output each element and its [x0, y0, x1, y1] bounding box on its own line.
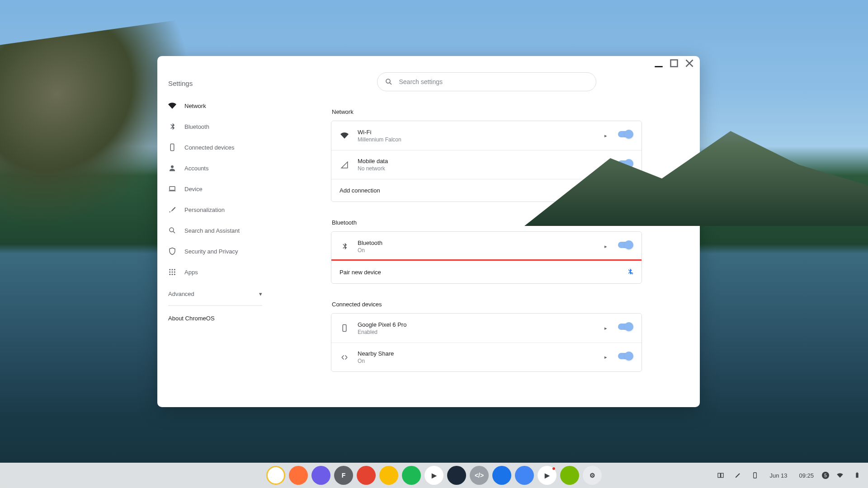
wifi-tray-icon[interactable]	[834, 469, 846, 482]
window-maximize-button[interactable]	[667, 58, 681, 69]
shelf-app-nvidia[interactable]	[560, 466, 579, 485]
row-subtitle: On	[358, 247, 594, 253]
shelf-app-youtube[interactable]: ▶	[538, 466, 557, 485]
overview-icon[interactable]	[714, 469, 727, 482]
section-title: Connected devices	[332, 301, 641, 308]
svg-point-15	[174, 274, 175, 275]
row-text: Add connection	[340, 187, 629, 194]
shelf-app-messages[interactable]	[492, 466, 511, 485]
svg-rect-1	[671, 60, 678, 67]
window-close-button[interactable]	[683, 58, 696, 69]
section-connected-devices: Connected devices Google Pixel 6 Pro Ena…	[331, 296, 642, 385]
shelf-app-firefox[interactable]	[289, 466, 308, 485]
row-text: Bluetooth On	[358, 239, 594, 253]
chevron-right-icon: ▸	[604, 354, 607, 360]
row-text: Google Pixel 6 Pro Enabled	[358, 321, 594, 335]
svg-point-9	[174, 269, 175, 270]
shelf-app-keep[interactable]	[379, 466, 398, 485]
sidebar-advanced[interactable]: Advanced ▾	[157, 285, 273, 303]
shelf: F▶</>▶⚙ Jun 13 09:25 5	[0, 463, 868, 488]
row-subtitle: Enabled	[358, 329, 594, 335]
search-icon	[168, 226, 176, 235]
sidebar-item-personalization[interactable]: Personalization	[157, 199, 273, 220]
row-subtitle: Millennium Falcon	[358, 136, 594, 143]
shelf-app-files-f[interactable]: F	[334, 466, 353, 485]
row-bluetooth[interactable]: Bluetooth On ▸	[331, 232, 642, 261]
bluetooth-card: Bluetooth On ▸ Pair new device	[331, 231, 642, 284]
shelf-app-settings[interactable]: ⚙	[583, 466, 602, 485]
stylus-icon[interactable]	[731, 469, 744, 482]
row-subtitle: On	[358, 358, 594, 364]
minimize-icon	[652, 56, 665, 70]
bluetooth-pair-icon	[626, 268, 633, 277]
sidebar-item-search-assistant[interactable]: Search and Assistant	[157, 220, 273, 241]
battery-tray-icon[interactable]	[851, 469, 863, 482]
shelf-app-steam[interactable]	[447, 466, 466, 485]
row-text: Wi-Fi Millennium Falcon	[358, 129, 594, 143]
row-title: Add connection	[340, 187, 629, 194]
svg-point-14	[172, 274, 173, 275]
notification-badge[interactable]: 5	[822, 472, 829, 479]
svg-rect-22	[856, 473, 858, 478]
chevron-down-icon: ▾	[259, 291, 262, 297]
tray-time[interactable]: 09:25	[795, 470, 817, 481]
chevron-down-icon: ⌄	[629, 188, 633, 194]
nearby-toggle[interactable]	[618, 353, 633, 362]
sidebar-item-connected-devices[interactable]: Connected devices	[157, 137, 273, 158]
sidebar-item-label: Bluetooth	[184, 123, 209, 130]
shelf-app-code[interactable]: </>	[470, 466, 489, 485]
section-title: Network	[332, 108, 641, 115]
section-title: Bluetooth	[332, 219, 641, 226]
row-phone[interactable]: Google Pixel 6 Pro Enabled ▸	[331, 314, 642, 343]
sidebar-item-label: Security and Privacy	[184, 248, 238, 255]
shelf-app-docs[interactable]	[515, 466, 534, 485]
row-nearby-share[interactable]: Nearby Share On ▸	[331, 343, 642, 371]
svg-point-6	[170, 228, 174, 232]
svg-point-8	[172, 269, 173, 270]
shelf-app-obsidian[interactable]	[311, 466, 330, 485]
notification-dot	[552, 467, 556, 470]
phone-toggle[interactable]	[618, 324, 633, 333]
laptop-icon	[168, 185, 176, 193]
row-title: Wi-Fi	[358, 129, 594, 136]
sidebar-divider	[168, 305, 262, 306]
sidebar-item-security-privacy[interactable]: Security and Privacy	[157, 241, 273, 262]
sidebar-item-device[interactable]: Device	[157, 178, 273, 199]
svg-rect-21	[754, 473, 757, 478]
sidebar-item-apps[interactable]: Apps	[157, 262, 273, 282]
section-network: Network Wi-Fi Millennium Falcon ▸	[331, 104, 642, 215]
sidebar-nav: Network Bluetooth Connected devices Acco…	[157, 95, 273, 282]
maximize-icon	[667, 56, 681, 70]
settings-main: Network Wi-Fi Millennium Falcon ▸	[273, 70, 700, 407]
bluetooth-icon	[168, 122, 176, 131]
shelf-app-todoist[interactable]	[357, 466, 376, 485]
shelf-app-spotify[interactable]	[402, 466, 421, 485]
bluetooth-icon	[340, 242, 349, 250]
mobile-toggle[interactable]	[618, 160, 633, 169]
window-minimize-button[interactable]	[652, 58, 665, 69]
system-tray[interactable]: Jun 13 09:25 5	[714, 463, 863, 488]
tray-date[interactable]: Jun 13	[766, 470, 791, 481]
phone-hub-icon[interactable]	[749, 469, 761, 482]
shelf-app-play[interactable]: ▶	[425, 466, 443, 485]
svg-point-7	[169, 269, 170, 270]
bluetooth-toggle[interactable]	[618, 242, 633, 251]
svg-rect-18	[343, 325, 346, 332]
sidebar-item-label: Search and Assistant	[184, 227, 240, 234]
row-mobile-data[interactable]: Mobile data No network ▸	[331, 150, 642, 179]
sidebar-item-network[interactable]: Network	[157, 95, 273, 116]
sidebar-item-accounts[interactable]: Accounts	[157, 158, 273, 178]
search-bar[interactable]	[377, 72, 596, 91]
search-input[interactable]	[399, 78, 589, 85]
row-wifi[interactable]: Wi-Fi Millennium Falcon ▸	[331, 121, 642, 150]
svg-rect-5	[169, 191, 176, 192]
sidebar-about[interactable]: About ChromeOS	[157, 309, 273, 328]
sidebar-item-label: Apps	[184, 269, 198, 276]
wifi-toggle[interactable]	[618, 131, 633, 140]
row-add-connection[interactable]: Add connection ⌄	[331, 179, 642, 202]
row-pair-new-device[interactable]: Pair new device	[331, 261, 642, 283]
shelf-app-chrome[interactable]	[266, 466, 285, 485]
sidebar-item-bluetooth[interactable]: Bluetooth	[157, 116, 273, 137]
svg-rect-2	[170, 144, 174, 151]
signal-icon	[340, 161, 349, 169]
